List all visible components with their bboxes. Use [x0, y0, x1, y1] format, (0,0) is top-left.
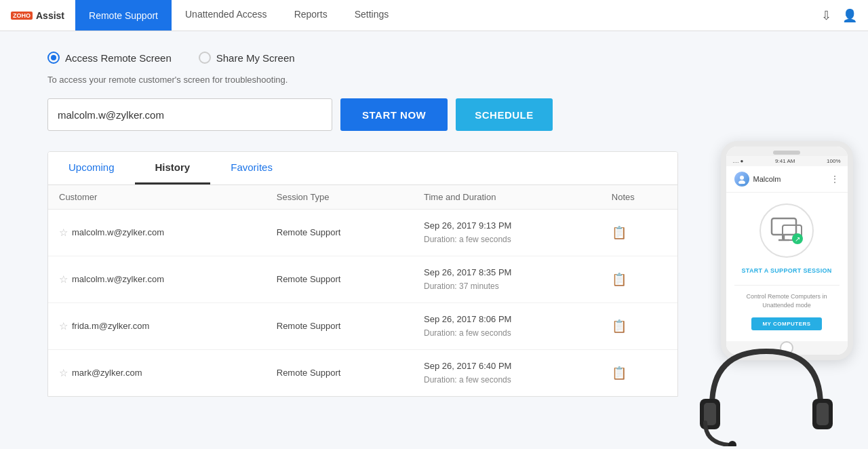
cell-time-2: Sep 26, 2017 8:06 PM Duration: a few sec… — [413, 302, 601, 349]
svg-point-0 — [740, 176, 744, 180]
download-icon[interactable]: ⇩ — [821, 8, 831, 23]
cell-notes-2: 📋 — [601, 302, 677, 349]
star-icon-3[interactable]: ☆ — [59, 367, 68, 379]
navbar: ZOHO Assist Remote Support Unattended Ac… — [0, 0, 868, 31]
nav-right-icons: ⇩ 👤 — [821, 8, 857, 23]
svg-point-1 — [738, 180, 745, 184]
phone-control-text: Control Remote Computers inUnattended mo… — [746, 292, 827, 311]
zoho-logo-box: ZOHO — [11, 12, 33, 20]
cell-customer-3: ☆ mark@zylker.com — [48, 349, 266, 395]
radio-access-remote[interactable]: Access Remote Screen — [47, 52, 172, 64]
cell-customer-2: ☆ frida.m@zylker.com — [48, 302, 266, 349]
phone-body: ↗ START A SUPPORT SESSION Control Remote… — [726, 193, 848, 341]
phone-notch-area — [726, 147, 848, 156]
cell-session-1: Remote Support — [266, 256, 413, 302]
nav-tab-settings[interactable]: Settings — [341, 0, 403, 31]
cell-session-3: Remote Support — [266, 349, 413, 395]
cell-time-0: Sep 26, 2017 9:13 PM Duration: a few sec… — [413, 210, 601, 256]
phone-home-button[interactable] — [780, 341, 793, 355]
col-customer: Customer — [48, 185, 266, 210]
phone-menu-icon[interactable]: ⋮ — [830, 174, 840, 184]
star-icon-0[interactable]: ☆ — [59, 227, 68, 239]
schedule-button[interactable]: SCHEDULE — [456, 98, 553, 131]
phone-notch — [773, 151, 800, 155]
col-time: Time and Duration — [413, 185, 601, 210]
phone-user-row: Malcolm — [734, 172, 781, 187]
svg-point-12 — [728, 441, 736, 446]
table-row: ☆ frida.m@zylker.com Remote Support Sep … — [48, 302, 677, 349]
notes-icon-1[interactable]: 📋 — [612, 273, 627, 286]
col-notes: Notes — [601, 185, 677, 210]
radio-options: Access Remote Screen Share My Screen — [47, 52, 678, 64]
cell-time-1: Sep 26, 2017 8:35 PM Duration: 37 minute… — [413, 256, 601, 302]
logo: ZOHO Assist — [11, 10, 64, 21]
table-row: ☆ malcolm.w@zylker.com Remote Support Se… — [48, 210, 677, 256]
svg-rect-11 — [816, 403, 829, 425]
tab-history[interactable]: History — [135, 152, 211, 184]
phone-header: Malcolm ⋮ — [726, 166, 848, 193]
main-content: Access Remote Screen Share My Screen To … — [0, 31, 868, 449]
col-session-type: Session Type — [266, 185, 413, 210]
svg-rect-2 — [772, 218, 796, 235]
phone-home-bar — [726, 341, 848, 355]
email-input[interactable] — [47, 98, 332, 131]
phone-session-icon-area: ↗ — [760, 203, 814, 258]
cell-session-2: Remote Support — [266, 302, 413, 349]
nav-tab-reports[interactable]: Reports — [281, 0, 341, 31]
my-computers-button[interactable]: MY COMPUTERS — [751, 317, 821, 330]
table-row: ☆ malcolm.w@zylker.com Remote Support Se… — [48, 256, 677, 302]
phone-mockup: .... ● 9:41 AM 100% Malcolm ⋮ — [721, 141, 853, 360]
svg-rect-10 — [812, 399, 833, 429]
app-name: Assist — [36, 10, 64, 21]
notes-icon-2[interactable]: 📋 — [612, 319, 627, 333]
cell-notes-0: 📋 — [601, 210, 677, 256]
nav-tabs: Remote Support Unattended Access Reports… — [75, 0, 402, 31]
phone-avatar — [734, 172, 749, 187]
phone-divider — [734, 285, 840, 286]
tab-favorites[interactable]: Favorites — [210, 152, 293, 184]
left-panel: Access Remote Screen Share My Screen To … — [0, 31, 705, 449]
nav-tab-unattended-access[interactable]: Unattended Access — [172, 0, 281, 31]
notes-icon-3[interactable]: 📋 — [612, 366, 627, 380]
phone-status-bar: .... ● 9:41 AM 100% — [726, 156, 848, 166]
table-row: ☆ mark@zylker.com Remote Support Sep 26,… — [48, 349, 677, 395]
input-row: START NOW SCHEDULE — [47, 98, 678, 131]
radio-circle-share — [199, 52, 211, 64]
session-tabs-container: Upcoming History Favorites Customer — [47, 151, 678, 397]
start-now-button[interactable]: START NOW — [340, 98, 448, 131]
radio-share-screen[interactable]: Share My Screen — [199, 52, 295, 64]
nav-tab-remote-support[interactable]: Remote Support — [75, 0, 172, 31]
radio-circle-access — [47, 52, 60, 64]
session-table: Customer Session Type Time and Duration … — [48, 185, 677, 396]
tab-upcoming[interactable]: Upcoming — [48, 152, 135, 184]
phone-session-label[interactable]: START A SUPPORT SESSION — [741, 267, 831, 274]
svg-rect-9 — [704, 403, 716, 425]
notes-icon-0[interactable]: 📋 — [612, 226, 627, 239]
tab-header: Upcoming History Favorites — [48, 152, 677, 185]
cell-time-3: Sep 26, 2017 6:40 PM Duration: a few sec… — [413, 349, 601, 395]
star-icon-2[interactable]: ☆ — [59, 320, 68, 332]
cell-notes-1: 📋 — [601, 256, 677, 302]
subtitle-text: To access your remote customer's screen … — [47, 75, 678, 85]
right-panel: .... ● 9:41 AM 100% Malcolm ⋮ — [705, 31, 868, 449]
svg-text:↗: ↗ — [795, 235, 800, 243]
cell-notes-3: 📋 — [601, 349, 677, 395]
user-icon[interactable]: 👤 — [842, 8, 857, 23]
cell-customer-1: ☆ malcolm.w@zylker.com — [48, 256, 266, 302]
cell-session-0: Remote Support — [266, 210, 413, 256]
star-icon-1[interactable]: ☆ — [59, 273, 68, 286]
cell-customer-0: ☆ malcolm.w@zylker.com — [48, 210, 266, 256]
